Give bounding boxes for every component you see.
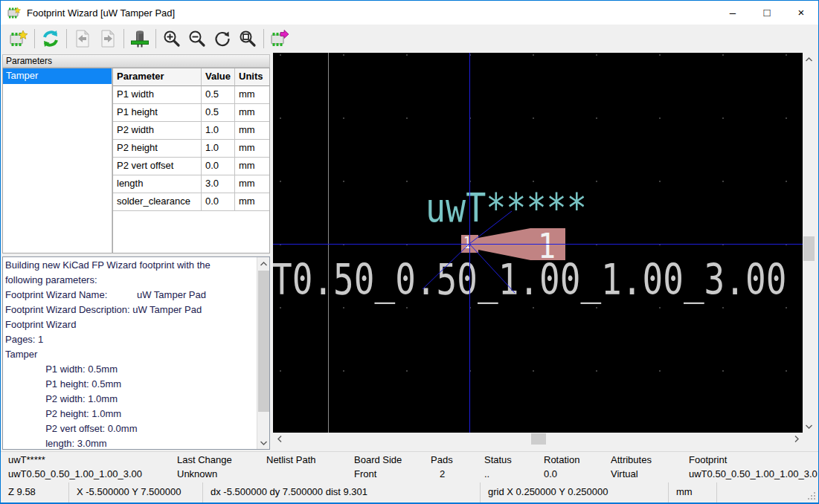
status-cursor-position: X -5.500000 Y 7.500000 — [69, 482, 203, 503]
table-row: P2 vert offset 0.0 mm — [113, 158, 269, 175]
footprint-name-value: uwT0.50_0.50_1.00_1.00_3.00 — [8, 468, 142, 482]
info-col-board-side: Board Side Front — [354, 452, 427, 482]
zoom-fit-button[interactable] — [235, 27, 260, 51]
param-value-cell[interactable]: 0.5 — [202, 104, 235, 122]
export-footprint-button[interactable] — [267, 27, 292, 51]
log-line: Footprint Wizard Description: uW Tamper … — [5, 303, 256, 317]
close-button[interactable]: × — [784, 1, 818, 24]
param-value-cell[interactable]: 3.0 — [202, 175, 235, 193]
param-units-cell: mm — [235, 175, 269, 193]
param-name-cell: solder_clearance — [113, 193, 202, 211]
param-value-cell[interactable]: 0.0 — [202, 193, 235, 211]
minimize-button[interactable]: – — [716, 1, 750, 24]
param-units-cell: mm — [235, 158, 269, 175]
canvas-vertical-scrollbar[interactable] — [803, 53, 815, 433]
page-list-item-tamper[interactable]: Tamper — [3, 68, 112, 84]
param-name-cell: P2 height — [113, 140, 202, 158]
canvas-hscroll-thumb[interactable] — [531, 433, 546, 445]
zoom-fit-icon — [238, 29, 257, 48]
toolbar-separator — [34, 29, 35, 48]
message-log: Building new KiCad FP Wizard footprint w… — [2, 256, 270, 450]
next-page-icon — [98, 29, 118, 48]
redraw-view-button[interactable] — [210, 27, 235, 51]
parameters-caption: Parameters — [2, 54, 270, 68]
status-units: mm — [669, 482, 717, 503]
param-name-cell: P1 width — [113, 86, 202, 104]
log-scrollbar[interactable] — [257, 257, 269, 449]
toolbar-separator — [66, 29, 67, 48]
export-footprint-icon — [270, 29, 289, 48]
param-units-cell: mm — [235, 140, 269, 158]
zoom-out-button[interactable] — [184, 27, 210, 51]
info-col-pads: Pads 2 — [431, 452, 481, 482]
wizard-page-list: Tamper — [2, 68, 112, 253]
log-line: P1 width: 0.5mm — [5, 362, 256, 377]
status-bar: Z 9.58 X -5.500000 Y 7.500000 dx -5.5000… — [1, 482, 818, 503]
scroll-left-icon[interactable] — [273, 433, 286, 445]
zoom-in-button[interactable] — [159, 27, 184, 51]
parameter-table: Parameter Value Units P1 width 0.5 mm P1… — [112, 68, 270, 253]
table-row: solder_clearance 0.0 mm — [113, 193, 269, 211]
column-header-parameter: Parameter — [113, 68, 202, 86]
regenerate-button[interactable] — [38, 27, 63, 51]
param-units-cell: mm — [235, 193, 269, 211]
previous-page-button[interactable] — [70, 27, 95, 51]
scroll-up-icon[interactable] — [257, 257, 270, 270]
param-value-cell[interactable]: 0.0 — [202, 158, 235, 175]
param-value-cell[interactable]: 1.0 — [202, 140, 235, 158]
redraw-view-icon — [213, 29, 232, 48]
regenerate-footprint-icon — [41, 29, 60, 48]
log-line: P2 height: 1.0mm — [5, 407, 256, 421]
table-row: P1 width 0.5 mm — [113, 86, 269, 104]
scroll-right-icon[interactable] — [790, 433, 803, 445]
log-line: Building new KiCad FP Wizard footprint w… — [5, 258, 256, 273]
info-col-name: uwT***** uwT0.50_0.50_1.00_1.00_3.00 — [8, 452, 172, 482]
show-footprint-icon — [130, 29, 150, 48]
status-grid: grid X 0.250000 Y 0.250000 — [481, 482, 669, 503]
zoom-in-icon — [162, 29, 182, 48]
canvas-vscroll-thumb[interactable] — [803, 236, 815, 261]
footprint-preview-canvas[interactable]: T0.50_0.50_1.00_1.00_3.00 uwT***** 1 1 — [273, 53, 803, 433]
param-name-cell: length — [113, 175, 202, 193]
log-line: Footprint Wizard Name: uW Tamper Pad — [5, 288, 256, 303]
info-col-footprint: Footprint uwT0.50_0.50_1.00_1.00_3.0 — [689, 452, 818, 482]
param-units-cell: mm — [235, 122, 269, 140]
canvas-horizontal-scrollbar[interactable] — [273, 433, 803, 445]
toolbar-separator — [263, 29, 264, 48]
param-name-cell: P2 width — [113, 122, 202, 140]
scroll-up-icon[interactable] — [803, 53, 815, 65]
select-wizard-button[interactable] — [6, 27, 31, 51]
zoom-out-icon — [187, 29, 207, 48]
footprint-reference-label: uwT***** — [8, 454, 45, 468]
next-page-button[interactable] — [95, 27, 121, 51]
status-relative-position: dx -5.500000 dy 7.500000 dist 9.301 — [203, 482, 481, 503]
select-footprint-wizard-icon — [9, 29, 28, 48]
log-line: length: 3.0mm — [5, 436, 256, 449]
table-row: length 3.0 mm — [113, 175, 269, 193]
info-col-status: Status .. — [484, 452, 540, 482]
log-scrollbar-thumb[interactable] — [258, 271, 269, 412]
param-units-cell: mm — [235, 86, 269, 104]
log-line: Pages: 1 — [5, 332, 256, 347]
resize-grip-icon[interactable] — [806, 491, 817, 501]
log-line: P2 vert offset: 0.0mm — [5, 421, 256, 436]
info-col-netlist-path: Netlist Path — [266, 452, 350, 482]
info-col-attributes: Attributes Virtual — [611, 452, 685, 482]
param-name-cell: P1 height — [113, 104, 202, 122]
message-log-text: Building new KiCad FP Wizard footprint w… — [5, 258, 256, 449]
scroll-down-icon[interactable] — [803, 420, 815, 433]
toolbar-separator — [123, 29, 124, 48]
param-value-cell[interactable]: 0.5 — [202, 86, 235, 104]
param-value-cell[interactable]: 1.0 — [202, 122, 235, 140]
anchor-diagonal-lines — [273, 53, 803, 433]
log-line: P2 width: 1.0mm — [5, 392, 256, 407]
log-line: following parameters: — [5, 273, 256, 288]
previous-page-icon — [73, 29, 92, 48]
param-units-cell: mm — [235, 104, 269, 122]
scroll-down-icon[interactable] — [257, 436, 270, 449]
table-row: P2 width 1.0 mm — [113, 122, 269, 140]
log-line: Tamper — [5, 347, 256, 362]
maximize-button[interactable]: □ — [750, 1, 784, 24]
show-footprint-button[interactable] — [127, 27, 152, 51]
toolbar — [1, 25, 818, 53]
